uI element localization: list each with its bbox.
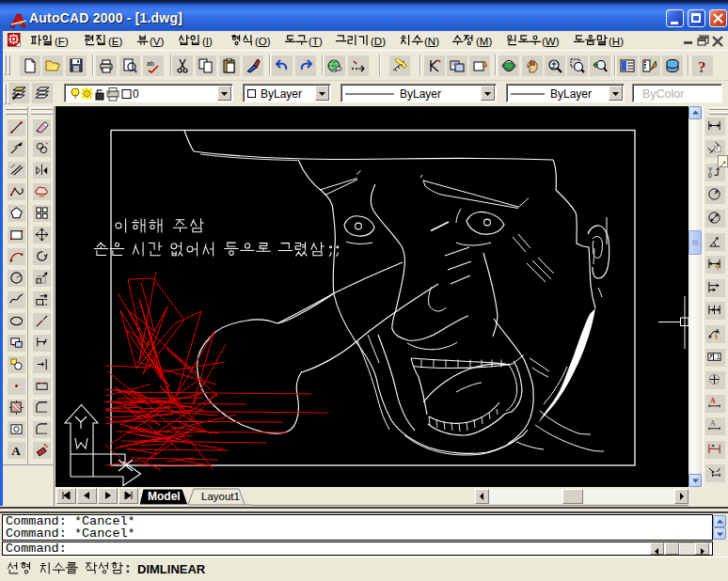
- svg-text:Layout1: Layout1: [201, 491, 240, 502]
- svg-text:ab: ab: [147, 60, 154, 67]
- svg-text:A: A: [710, 396, 717, 405]
- svg-text:A: A: [11, 444, 21, 457]
- svg-text:A: A: [710, 418, 717, 428]
- svg-text:?: ?: [698, 58, 706, 73]
- svg-text:.1: .1: [715, 353, 720, 360]
- svg-text:Model: Model: [148, 490, 181, 503]
- svg-text:0: 0: [708, 172, 712, 179]
- svg-text:A: A: [715, 328, 720, 335]
